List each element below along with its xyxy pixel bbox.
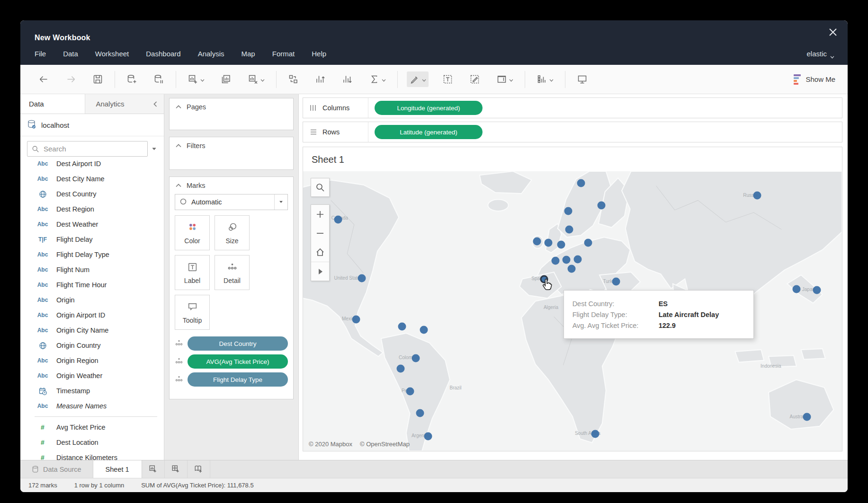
map-mark[interactable] [564,207,572,215]
sort-ascending-button[interactable] [313,71,328,87]
map-mark[interactable] [557,240,565,248]
field-avg-ticket-price[interactable]: #Avg Ticket Price [35,420,164,435]
field-dest-airport-id[interactable]: AbcDest Airport ID [35,156,164,171]
data-source-tab[interactable]: Data Source [20,460,93,478]
map-mark[interactable] [533,237,541,245]
map-mark[interactable] [565,225,573,233]
field-dest-region[interactable]: AbcDest Region [35,202,164,217]
osm-attribution[interactable]: © OpenStreetMap [360,441,410,448]
field-origin-region[interactable]: AbcOrigin Region [35,353,164,368]
field-measure-names[interactable]: AbcMeasure Names [35,398,164,414]
map-mark[interactable] [567,265,575,273]
map-mark[interactable] [398,323,406,331]
map-mark[interactable] [591,430,599,438]
swap-rows-columns-button[interactable] [286,71,301,87]
presentation-mode-button[interactable] [574,71,590,87]
sheet-title[interactable]: Sheet 1 [303,147,842,171]
field-dest-country[interactable]: Dest Country [35,186,164,202]
menu-item-format[interactable]: Format [272,50,295,58]
map-mark[interactable] [563,256,571,264]
menu-item-worksheet[interactable]: Worksheet [95,50,129,58]
field-timestamp[interactable]: Timestamp [35,383,164,398]
sort-descending-button[interactable] [340,71,355,87]
map-mark[interactable] [793,285,801,293]
menu-item-help[interactable]: Help [312,50,326,58]
columns-pill-longitude[interactable]: Longitude (generated) [375,101,483,115]
field-origin-city-name[interactable]: AbcOrigin City Name [35,323,164,338]
field-dest-city-name[interactable]: AbcDest City Name [35,171,164,186]
map-mark[interactable] [396,364,404,372]
map-mark[interactable] [577,179,585,187]
field-origin-weather[interactable]: AbcOrigin Weather [35,368,164,383]
undo-button[interactable] [36,71,52,87]
field-list-options-icon[interactable] [148,148,160,150]
fix-axes-button[interactable] [467,71,483,87]
sheet-1-tab[interactable]: Sheet 1 [93,460,142,478]
fit-button[interactable] [494,71,516,87]
clear-sheet-button[interactable] [245,71,267,87]
field-distance-kilometers[interactable]: #Distance Kilometers [35,450,164,460]
map-mark[interactable] [574,255,582,263]
field-dest-location[interactable]: #Dest Location [35,435,164,450]
field-origin-country[interactable]: Origin Country [35,338,164,353]
show-mark-labels-button[interactable] [440,71,456,87]
tooltip-button[interactable]: Tooltip [175,295,210,330]
mapbox-attribution[interactable]: © 2020 Mapbox [309,441,352,448]
field-flight-num[interactable]: AbcFlight Num [35,262,164,277]
menu-item-dashboard[interactable]: Dashboard [146,50,180,58]
map-mark[interactable] [406,388,414,396]
pages-card[interactable]: Pages [169,98,294,130]
new-worksheet-button[interactable] [185,71,207,87]
search-input[interactable] [44,145,143,153]
size-button[interactable]: Size [215,215,250,250]
columns-shelf[interactable]: Columns Longitude (generated) [303,97,842,118]
label-button[interactable]: Label [175,255,210,290]
map-mark[interactable] [420,326,428,334]
field-flight-delay-type[interactable]: AbcFlight Delay Type [35,247,164,262]
map-pan-button[interactable] [311,262,329,281]
field-origin[interactable]: AbcOrigin [35,292,164,308]
map-mark[interactable] [803,413,811,421]
tab-data[interactable]: Data [20,94,85,114]
map-mark[interactable] [584,239,592,247]
map-mark[interactable] [813,286,821,294]
zoom-in-button[interactable] [311,205,329,224]
field-dest-weather[interactable]: AbcDest Weather [35,217,164,232]
user-menu[interactable]: elastic [806,50,834,58]
map-mark[interactable] [551,256,559,265]
marks-pill-avg-avg-ticket-price-[interactable]: AVG(Avg Ticket Price) [188,354,288,369]
map-mark[interactable] [358,274,366,282]
color-button[interactable]: Color [175,215,210,250]
search-box[interactable] [27,141,148,157]
close-icon[interactable] [828,27,838,37]
detail-button[interactable]: Detail [215,255,250,290]
new-dashboard-tab-button[interactable] [165,460,188,478]
totals-button[interactable] [367,71,388,87]
highlight-button[interactable] [407,71,429,87]
chevron-down-icon[interactable] [274,194,287,210]
menu-item-analysis[interactable]: Analysis [198,50,224,58]
save-button[interactable] [90,71,106,87]
tab-analytics[interactable]: Analytics [85,94,147,114]
new-worksheet-tab-button[interactable] [142,460,165,478]
map-mark[interactable] [412,354,420,362]
mark-type-select[interactable]: Automatic [175,194,288,210]
zoom-out-button[interactable] [311,224,329,243]
map-mark[interactable] [753,192,761,200]
map-mark[interactable] [544,239,552,247]
new-data-source-button[interactable] [124,71,140,87]
field-flight-time-hour[interactable]: AbcFlight Time Hour [35,277,164,292]
field-flight-delay[interactable]: T|FFlight Delay [35,232,164,247]
map-mark[interactable] [334,216,342,224]
menu-item-file[interactable]: File [35,50,46,58]
marks-pill-flight-delay-type[interactable]: Flight Delay Type [188,372,288,387]
duplicate-sheet-button[interactable] [218,71,234,87]
map-mark[interactable] [598,201,606,209]
pause-auto-updates-button[interactable] [151,71,167,87]
show-me-button[interactable]: Show Me [794,74,835,85]
show-hide-cards-button[interactable] [534,71,556,87]
map-mark[interactable] [612,278,620,286]
marks-pill-dest-country[interactable]: Dest Country [188,336,288,351]
rows-pill-latitude[interactable]: Latitude (generated) [375,125,483,139]
collapse-panel-button[interactable] [147,94,164,114]
